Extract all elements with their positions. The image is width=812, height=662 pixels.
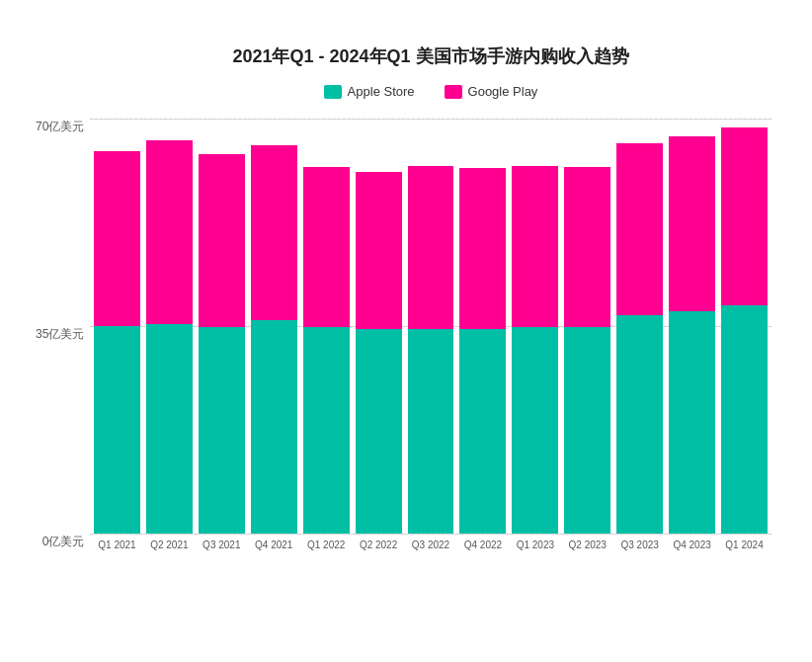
y-label-70: 70亿美元	[36, 119, 84, 135]
gridline-bottom	[90, 534, 771, 535]
bar-google-5	[356, 172, 402, 329]
bar-google-10	[616, 143, 663, 315]
bar-apple-3	[251, 320, 297, 534]
x-label-8: Q1 2023	[512, 539, 558, 550]
bar-apple-2	[199, 327, 245, 534]
bar-apple-0	[94, 326, 140, 534]
y-axis: 70亿美元 35亿美元 0亿美元	[36, 119, 84, 550]
y-label-35: 35亿美元	[36, 326, 84, 343]
bar-stack-9	[564, 167, 610, 534]
bar-group-9	[564, 119, 610, 534]
bar-stack-4	[303, 167, 350, 534]
y-label-0: 0亿美元	[36, 534, 84, 550]
legend-google-color	[445, 85, 462, 99]
bar-group-10	[616, 119, 663, 534]
bar-stack-12	[721, 127, 768, 534]
bar-google-1	[146, 140, 193, 324]
bar-group-12	[721, 119, 768, 534]
chart-area	[90, 119, 771, 534]
bar-group-11	[669, 119, 715, 534]
legend-apple: Apple Store	[324, 84, 415, 99]
x-labels: Q1 2021Q2 2021Q3 2021Q4 2021Q1 2022Q2 20…	[90, 539, 771, 550]
bar-group-4	[303, 119, 350, 534]
bar-stack-0	[94, 151, 140, 534]
bar-apple-7	[459, 329, 506, 534]
x-label-5: Q2 2022	[356, 539, 402, 550]
bar-google-6	[408, 166, 454, 329]
bar-stack-1	[146, 140, 193, 534]
legend-google: Google Play	[445, 84, 538, 99]
bar-apple-6	[408, 329, 454, 534]
x-label-4: Q1 2022	[303, 539, 350, 550]
bar-stack-11	[669, 136, 715, 534]
bar-group-6	[408, 119, 454, 534]
bar-google-7	[459, 168, 506, 329]
legend-google-label: Google Play	[468, 84, 538, 99]
bar-google-12	[721, 127, 768, 305]
bar-stack-5	[356, 172, 402, 534]
bar-google-2	[199, 154, 245, 327]
chart-legend: Apple Store Google Play	[90, 84, 771, 99]
x-label-11: Q4 2023	[669, 539, 715, 550]
bar-group-3	[251, 119, 297, 534]
chart-container: 2021年Q1 - 2024年Q1 美国市场手游内购收入趋势 Apple Sto…	[21, 25, 791, 637]
bar-group-0	[94, 119, 140, 534]
bar-google-3	[251, 145, 297, 320]
bar-google-9	[564, 167, 610, 327]
bar-apple-12	[721, 305, 768, 534]
bar-group-7	[459, 119, 506, 534]
x-label-2: Q3 2021	[199, 539, 245, 550]
bar-apple-8	[512, 327, 558, 534]
x-label-9: Q2 2023	[564, 539, 610, 550]
bar-apple-11	[669, 311, 715, 534]
bar-stack-6	[408, 166, 454, 534]
x-label-12: Q1 2024	[721, 539, 768, 550]
legend-apple-color	[324, 85, 342, 99]
bar-google-11	[669, 136, 715, 311]
bar-group-2	[199, 119, 245, 534]
bar-stack-7	[459, 168, 506, 534]
bar-apple-10	[616, 315, 663, 534]
bar-group-5	[356, 119, 402, 534]
bar-apple-5	[356, 329, 402, 534]
bar-stack-8	[512, 166, 558, 534]
bar-stack-3	[251, 145, 297, 534]
bar-google-4	[303, 167, 350, 327]
bar-google-8	[512, 166, 558, 327]
chart-title: 2021年Q1 - 2024年Q1 美国市场手游内购收入趋势	[90, 44, 771, 68]
x-label-3: Q4 2021	[251, 539, 297, 550]
bar-group-8	[512, 119, 558, 534]
x-label-7: Q4 2022	[459, 539, 506, 550]
x-label-0: Q1 2021	[94, 539, 140, 550]
bar-apple-9	[564, 327, 610, 534]
x-label-10: Q3 2023	[616, 539, 663, 550]
bar-apple-4	[303, 327, 350, 534]
bar-google-0	[94, 151, 140, 326]
bar-group-1	[146, 119, 193, 534]
x-label-1: Q2 2021	[146, 539, 193, 550]
bar-stack-10	[616, 143, 663, 534]
bars-wrapper	[90, 119, 771, 534]
x-label-6: Q3 2022	[408, 539, 454, 550]
legend-apple-label: Apple Store	[348, 84, 415, 99]
bar-stack-2	[199, 154, 245, 534]
bar-apple-1	[146, 324, 193, 534]
